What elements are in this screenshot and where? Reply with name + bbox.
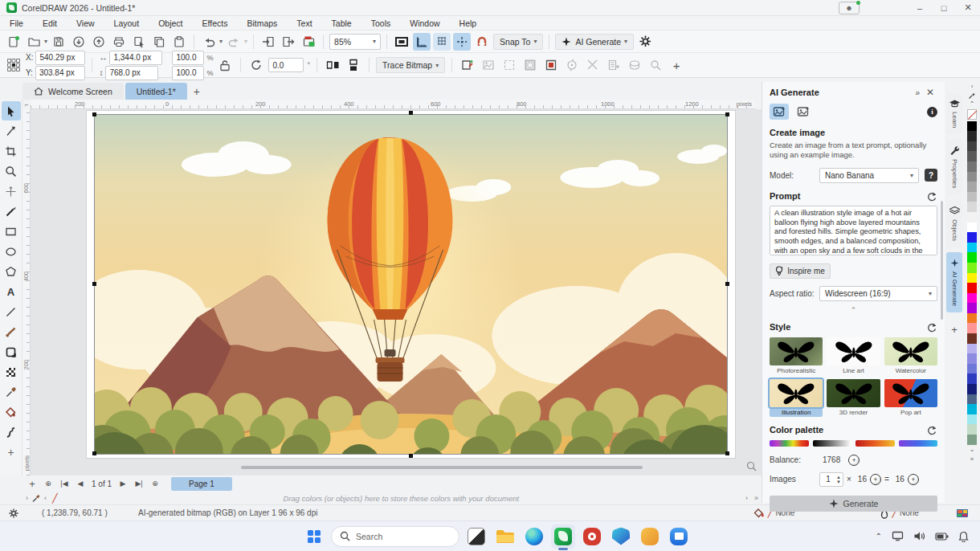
stepper-down-icon[interactable]: ▼ [836, 480, 841, 484]
color-swatch[interactable] [967, 333, 977, 344]
no-color-swatch[interactable] [967, 109, 977, 120]
randomize-balance-icon[interactable]: + [848, 455, 860, 466]
publish-pdf-icon[interactable] [300, 33, 317, 51]
zoom-fit-icon[interactable] [746, 461, 757, 471]
fill-color-icon[interactable] [753, 508, 766, 519]
add-docker-button[interactable]: + [951, 324, 958, 336]
style-photorealistic[interactable]: Photorealistic [770, 337, 823, 375]
rotation-angle-field[interactable] [268, 58, 304, 72]
start-button[interactable] [304, 526, 325, 547]
snap-magnet-icon[interactable] [473, 33, 491, 51]
customize-plus-icon[interactable]: + [668, 56, 685, 74]
color-swatch[interactable] [967, 243, 977, 253]
network-icon[interactable] [892, 531, 904, 541]
artistic-media-tool[interactable] [2, 322, 21, 341]
menu-table[interactable]: Table [322, 16, 361, 30]
color-swatch[interactable] [967, 373, 977, 384]
bitmap-border-icon[interactable] [521, 56, 539, 74]
ai-generated-bitmap[interactable] [95, 115, 727, 454]
palette-chevron-icon[interactable]: › [742, 494, 751, 502]
paste-special-icon[interactable] [130, 33, 148, 51]
credits-info-icon[interactable]: + [870, 474, 881, 485]
crop-tool[interactable] [2, 141, 21, 161]
bitmap-search-icon[interactable] [647, 56, 664, 74]
no-color-swatch[interactable]: ╱ [52, 493, 58, 504]
red-circle-app-icon[interactable] [580, 524, 604, 549]
move-tool[interactable] [2, 182, 21, 201]
volume-icon[interactable] [913, 531, 925, 541]
panel-close-icon[interactable]: ✕ [923, 87, 937, 98]
menu-object[interactable]: Object [149, 16, 192, 30]
color-swatch[interactable] [967, 202, 977, 212]
palette-strip-warm[interactable] [855, 440, 895, 447]
tab-untitled-1[interactable]: Untitled-1* [125, 83, 187, 100]
palette-chevron-icon[interactable]: › [22, 494, 31, 502]
mirror-horizontal-icon[interactable] [324, 56, 341, 74]
color-swatch[interactable] [967, 222, 977, 233]
menu-edit[interactable]: Edit [33, 16, 67, 30]
color-swatch[interactable] [967, 364, 977, 374]
horizontal-ruler[interactable]: 200 0 200 400 600 800 1000 1200 pixels [31, 100, 755, 109]
panel-expand-icon[interactable]: » [912, 88, 923, 97]
new-document-icon[interactable] [5, 33, 22, 51]
menu-tools[interactable]: Tools [361, 16, 401, 30]
status-gear-icon[interactable] [8, 508, 19, 519]
add-page-before-icon[interactable]: ⊕ [42, 477, 55, 490]
palette-reset-icon[interactable] [925, 425, 937, 435]
docker-tab-objects[interactable]: Objects [946, 200, 962, 247]
bitmap-options-icon[interactable] [605, 56, 623, 74]
text-to-image-mode-button[interactable] [770, 104, 789, 120]
bitmap-frame-icon[interactable] [500, 56, 518, 74]
selection-handle[interactable] [92, 451, 96, 455]
account-icon[interactable]: ☻ [839, 2, 860, 14]
collapse-chevron-icon[interactable]: ⌃ [770, 306, 937, 314]
generate-button[interactable]: Generate [770, 496, 937, 512]
inspire-me-button[interactable]: Inspire me [770, 263, 831, 279]
ruler-origin-icon[interactable]: ⌐ [22, 100, 31, 109]
rotate-bitmap-icon[interactable] [563, 56, 581, 74]
snap-to-combo[interactable]: Snap To▾ [493, 34, 543, 50]
minimize-button[interactable]: – [908, 0, 932, 15]
style-reset-icon[interactable] [925, 322, 937, 333]
scale-y-field[interactable] [172, 66, 204, 80]
line-tool[interactable] [2, 302, 21, 321]
add-tool-button[interactable]: + [2, 443, 21, 462]
selection-handle[interactable] [409, 111, 413, 115]
lock-ratio-icon[interactable] [216, 56, 234, 74]
download-icon[interactable] [70, 33, 88, 51]
maximize-button[interactable]: □ [932, 0, 956, 15]
color-swatch[interactable] [967, 384, 977, 394]
smear-tool[interactable] [2, 422, 21, 442]
images-count-stepper[interactable]: 1 ▲▼ [819, 472, 843, 487]
export-icon[interactable] [280, 33, 297, 51]
color-swatch[interactable] [967, 131, 977, 141]
drawing-canvas[interactable] [31, 109, 762, 475]
menu-effects[interactable]: Effects [192, 16, 237, 30]
tab-welcome-screen[interactable]: Welcome Screen [22, 83, 124, 100]
ai-generate-toolbar-button[interactable]: AI Generate▾ [555, 34, 634, 50]
selection-handle[interactable] [92, 282, 96, 286]
color-swatch[interactable] [967, 303, 977, 313]
redo-icon[interactable] [225, 33, 243, 51]
selection-handle[interactable] [92, 112, 96, 116]
color-swatch[interactable] [967, 344, 977, 354]
docker-tab-learn[interactable]: Learn [946, 93, 962, 134]
color-swatch[interactable] [967, 273, 977, 284]
menu-help[interactable]: Help [450, 16, 487, 30]
add-page-after-icon[interactable]: ⊕ [149, 477, 161, 490]
palette-eyedropper-icon[interactable] [968, 92, 976, 100]
vertical-ruler[interactable]: 600 400 200 pixels [22, 109, 31, 475]
show-grid-toggle[interactable] [433, 33, 451, 51]
straighten-bitmap-icon[interactable] [584, 56, 602, 74]
next-page-button[interactable]: ▶ [116, 477, 129, 490]
color-swatch[interactable] [967, 353, 977, 364]
fill-tool[interactable] [2, 402, 21, 422]
selection-handle[interactable] [725, 451, 729, 455]
bitmap-effects-icon[interactable] [626, 56, 643, 74]
color-swatch[interactable] [967, 404, 977, 414]
edit-bitmap-icon[interactable] [459, 56, 476, 74]
color-swatch[interactable] [967, 313, 977, 324]
eyedropper-tool[interactable] [2, 382, 21, 402]
menu-view[interactable]: View [67, 16, 104, 30]
style-line-art[interactable]: Line art [827, 337, 880, 375]
